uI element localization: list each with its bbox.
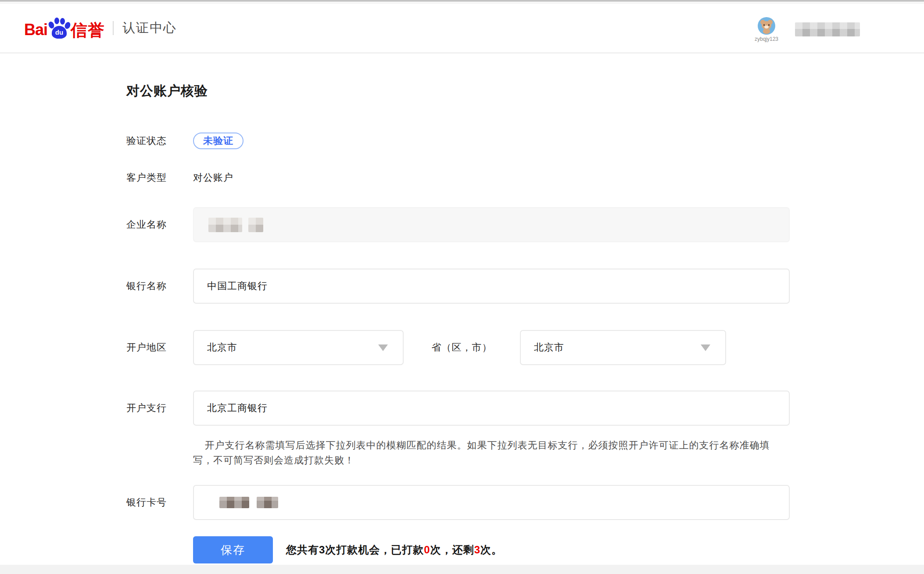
baidu-paw-icon: du (48, 18, 70, 39)
region-province-value: 北京市 (207, 341, 237, 354)
redacted-card-number-part2 (257, 497, 278, 508)
region-middle-label: 省（区，市） (404, 341, 520, 354)
chevron-down-icon (378, 344, 388, 351)
browser-top-edge (0, 0, 924, 4)
username: zybqjy123 (755, 36, 778, 42)
attempts-middle: 次，还剩 (430, 544, 474, 556)
attempts-suffix: 次。 (480, 544, 502, 556)
region-province-select[interactable]: 北京市 (193, 330, 404, 365)
redacted-company-name-part1 (208, 218, 242, 232)
logo-text-du: du (55, 29, 63, 36)
form-row-company-name: 企业名称 (126, 207, 790, 242)
page-title: 对公账户核验 (126, 82, 924, 100)
form-row-status: 验证状态 未验证 (126, 133, 790, 149)
bank-name-input[interactable] (193, 269, 790, 304)
branch-label: 开户支行 (126, 402, 193, 415)
header-title: 认证中心 (122, 19, 177, 37)
baidu-xinyu-logo[interactable]: Bai du 信誉 (24, 18, 105, 39)
logo-text-xinyu: 信誉 (71, 22, 105, 39)
form-row-bank-name: 银行名称 (126, 269, 790, 304)
logo-text-bai: Bai (24, 22, 47, 39)
region-city-select[interactable]: 北京市 (520, 330, 726, 365)
status-badge: 未验证 (193, 133, 244, 149)
customer-type-value: 对公账户 (193, 171, 233, 184)
bank-name-label: 银行名称 (126, 280, 193, 293)
attempts-remaining-count: 3 (474, 544, 480, 556)
save-button[interactable]: 保存 (193, 536, 273, 563)
card-number-input[interactable] (193, 485, 790, 520)
form-row-customer-type: 客户类型 对公账户 (126, 171, 790, 184)
company-name-input (193, 207, 790, 242)
attempts-used-count: 0 (424, 544, 430, 556)
user-area: zybqjy123 (755, 17, 860, 42)
header-divider (113, 21, 114, 35)
redacted-company-name-part2 (248, 218, 263, 232)
status-label: 验证状态 (126, 134, 193, 147)
redacted-account-name (795, 22, 860, 36)
region-city-value: 北京市 (534, 341, 564, 354)
user-avatar-block[interactable]: zybqjy123 (755, 17, 778, 42)
card-number-label: 银行卡号 (126, 496, 193, 509)
company-name-label: 企业名称 (126, 218, 193, 231)
chevron-down-icon (701, 344, 710, 351)
redacted-card-number-part1 (219, 497, 249, 508)
header: Bai du 信誉 认证中心 zybqjy123 (0, 4, 924, 54)
region-label: 开户地区 (126, 341, 193, 354)
form-row-region: 开户地区 北京市 省（区，市） 北京市 (126, 330, 790, 365)
customer-type-label: 客户类型 (126, 171, 193, 184)
attempts-prefix: 您共有3次打款机会，已打款 (286, 544, 424, 556)
branch-input[interactable] (193, 391, 790, 426)
form-row-save: 保存 您共有3次打款机会，已打款0次，还剩3次。 (126, 536, 790, 563)
form-row-branch: 开户支行 (126, 391, 790, 426)
avatar[interactable] (758, 17, 775, 35)
footer-strip (0, 565, 924, 574)
form-row-card-number: 银行卡号 (126, 485, 790, 520)
transfer-attempts-text: 您共有3次打款机会，已打款0次，还剩3次。 (286, 543, 502, 557)
branch-note: 开户支行名称需填写后选择下拉列表中的模糊匹配的结果。如果下拉列表无目标支行，必须… (193, 438, 790, 468)
